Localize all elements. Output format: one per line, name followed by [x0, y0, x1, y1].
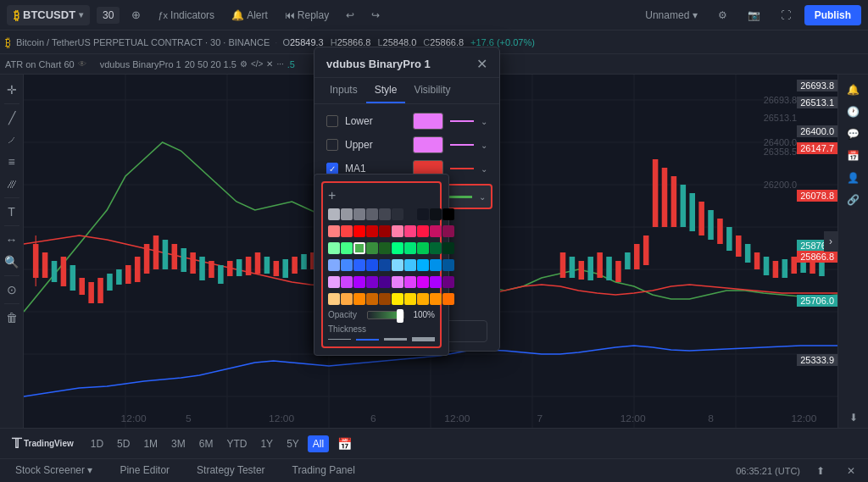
- settings-btn[interactable]: ⚙: [711, 6, 734, 25]
- footer-expand-icon[interactable]: ⬆: [810, 461, 831, 481]
- lower-row: Lower ⌄: [326, 113, 487, 130]
- upper-color-btn[interactable]: [413, 136, 443, 153]
- tf-3m[interactable]: 3M: [166, 435, 191, 452]
- calendar-range-btn[interactable]: 📅: [332, 434, 357, 454]
- plot-check[interactable]: [328, 191, 340, 202]
- camera-btn[interactable]: 📷: [741, 6, 767, 25]
- precision-label: Precision: [326, 268, 487, 280]
- svg-rect-17: [42, 252, 48, 278]
- tf-1d[interactable]: 1D: [86, 435, 108, 452]
- upper-check[interactable]: [326, 139, 338, 151]
- interval-selector[interactable]: 30: [97, 7, 120, 24]
- lower-line: [450, 120, 474, 122]
- clock-icon[interactable]: 🕐: [843, 102, 864, 122]
- compare-btn[interactable]: ⊕: [126, 5, 146, 25]
- tool-separator-3: [4, 225, 19, 226]
- svg-rect-41: [264, 257, 270, 274]
- link-icon[interactable]: 🔗: [843, 190, 864, 210]
- ind-more-icon[interactable]: ···: [276, 59, 283, 69]
- ind-close-icon[interactable]: ✕: [266, 59, 273, 69]
- style-dialog[interactable]: vdubus BinaryPro 1 ✕ Inputs Style Visibi…: [314, 47, 500, 352]
- lower-color-btn[interactable]: [413, 113, 443, 130]
- dialog-close-btn[interactable]: ✕: [476, 56, 487, 72]
- svg-rect-27: [135, 257, 141, 282]
- svg-rect-18: [52, 261, 58, 282]
- defaults-btn[interactable]: Defaults ▾: [326, 320, 487, 342]
- pine-editor-tab[interactable]: Pine Editor: [111, 461, 178, 481]
- price-tag-8: 26078.8: [797, 190, 837, 202]
- ma1-line: [450, 168, 474, 169]
- ind-code-icon[interactable]: </>: [251, 59, 263, 69]
- cursor-tool[interactable]: ✛: [2, 80, 22, 100]
- upper-dropdown[interactable]: ⌄: [481, 141, 487, 150]
- zoom-tool[interactable]: 🔍: [2, 252, 22, 272]
- tf-5y[interactable]: 5Y: [281, 435, 304, 452]
- chat-icon[interactable]: 💬: [843, 124, 864, 144]
- replay-btn[interactable]: ⏮ Replay: [280, 6, 334, 25]
- price-tag-3: 26400.0: [797, 125, 837, 137]
- trading-panel-tab[interactable]: Trading Panel: [284, 461, 364, 481]
- draw-channel-tool[interactable]: ≡: [2, 152, 22, 172]
- svg-rect-44: [292, 257, 298, 274]
- svg-rect-19: [61, 257, 67, 286]
- ind-settings-icon[interactable]: ⚙: [240, 59, 248, 69]
- tf-1m[interactable]: 1M: [138, 435, 163, 452]
- svg-rect-55: [597, 252, 603, 278]
- tf-5d[interactable]: 5D: [112, 435, 135, 452]
- lower-check[interactable]: [326, 115, 338, 127]
- lower-dropdown[interactable]: ⌄: [481, 117, 487, 126]
- svg-text:12:00: 12:00: [620, 413, 646, 423]
- svg-text:26513.1: 26513.1: [764, 114, 798, 123]
- labels-check[interactable]: [326, 285, 338, 296]
- tab-inputs[interactable]: Inputs: [321, 78, 366, 103]
- ma1-dropdown[interactable]: ⌄: [481, 164, 487, 174]
- expand-btn[interactable]: ›: [824, 231, 837, 252]
- redo-btn[interactable]: ↪: [366, 6, 385, 25]
- plot2-check[interactable]: [326, 216, 338, 228]
- trash-tool[interactable]: 🗑: [2, 307, 22, 328]
- tool-separator-4: [4, 275, 19, 276]
- indicators-btn[interactable]: ƒx Indicators: [153, 6, 220, 25]
- alert-btn[interactable]: 🔔 Alert: [226, 6, 273, 25]
- plots-bg-check[interactable]: [326, 235, 338, 247]
- draw-ray-tool[interactable]: ⟋: [2, 130, 22, 150]
- tab-visibility[interactable]: Visibility: [405, 78, 459, 103]
- publish-btn[interactable]: Publish: [804, 5, 861, 25]
- tf-all[interactable]: All: [308, 435, 329, 452]
- strategy-tester-tab[interactable]: Strategy Tester: [188, 461, 273, 481]
- svg-text:26200.0: 26200.0: [764, 180, 798, 190]
- svg-text:8: 8: [708, 413, 714, 423]
- values-check[interactable]: [326, 302, 338, 313]
- alert-icon[interactable]: 🔔: [843, 80, 864, 100]
- ma1-color-btn[interactable]: [413, 160, 443, 177]
- stock-screener-tab[interactable]: Stock Screener ▾: [7, 461, 101, 481]
- svg-rect-63: [671, 176, 677, 227]
- ma1-check[interactable]: [326, 163, 338, 175]
- tf-1y[interactable]: 1Y: [255, 435, 278, 452]
- text-tool[interactable]: T: [2, 202, 22, 222]
- footer-close-icon[interactable]: ✕: [841, 461, 861, 481]
- right-toolbar: 🔔 🕐 💬 📅 👤 🔗 ⬇: [837, 75, 868, 428]
- plot-color-btn[interactable]: [411, 188, 442, 205]
- svg-text:12:00: 12:00: [269, 413, 294, 423]
- unnamed-btn[interactable]: Unnamed ▾: [638, 6, 704, 25]
- scroll-down-icon[interactable]: ⬇: [843, 407, 864, 428]
- plot-dropdown[interactable]: ⌄: [479, 192, 486, 202]
- ind-label: vdubus BinaryPro 1: [100, 59, 181, 69]
- person-icon[interactable]: 👤: [843, 168, 864, 188]
- fullscreen-btn[interactable]: ⛶: [774, 6, 798, 25]
- svg-rect-72: [754, 252, 760, 269]
- symbol-selector[interactable]: ₿ BTCUSDT ▾: [7, 5, 90, 25]
- svg-rect-58: [625, 252, 631, 269]
- tf-6m[interactable]: 6M: [194, 435, 219, 452]
- calendar-icon[interactable]: 📅: [843, 146, 864, 166]
- draw-fib-tool[interactable]: ⫻: [2, 174, 22, 194]
- svg-rect-22: [88, 282, 94, 303]
- draw-line-tool[interactable]: ╱: [2, 108, 22, 128]
- undo-btn[interactable]: ↩: [341, 6, 359, 25]
- magnet-tool[interactable]: ⊙: [2, 280, 22, 300]
- measure-tool[interactable]: ↔: [2, 230, 22, 250]
- tf-ytd[interactable]: YTD: [221, 435, 252, 452]
- svg-text:12:00: 12:00: [444, 413, 470, 423]
- tab-style[interactable]: Style: [366, 78, 406, 103]
